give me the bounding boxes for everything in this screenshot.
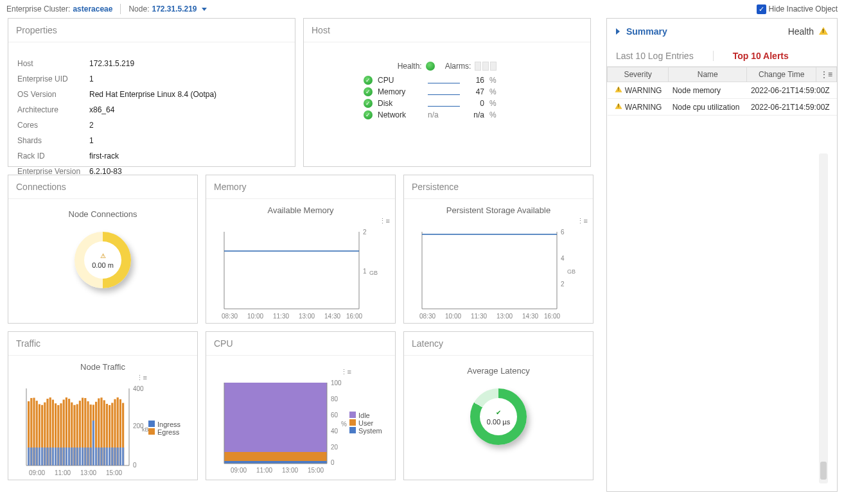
svg-rect-99 (109, 448, 110, 465)
svg-rect-110 (224, 383, 327, 452)
metric-value: 16 (465, 76, 484, 85)
chart-menu-icon[interactable]: ⋮≡ (577, 217, 588, 225)
property-value: Red Hat Enterprise Linux 8.4 (Ootpa) (89, 87, 286, 101)
svg-rect-63 (60, 448, 62, 465)
col-name[interactable]: Name (669, 67, 747, 82)
property-value: 1 (89, 72, 286, 86)
svg-text:400: 400 (133, 385, 144, 392)
cluster-value[interactable]: asteraceae (73, 4, 112, 13)
alert-name: Node cpu utilization (669, 99, 747, 116)
host-metric-row: ✓ Network n/a n/a % (364, 110, 531, 119)
svg-rect-45 (36, 448, 38, 465)
svg-text:13:00: 13:00 (282, 467, 298, 474)
svg-text:2: 2 (561, 281, 565, 288)
svg-rect-107 (119, 448, 121, 465)
panel-subtitle: Available Memory (211, 205, 390, 215)
property-key: Cores (17, 118, 88, 132)
warning-icon (615, 103, 622, 109)
alert-row[interactable]: WARNING Node cpu utilization 2022-06-21T… (608, 99, 837, 116)
svg-rect-85 (90, 448, 92, 465)
svg-text:13:00: 13:00 (299, 313, 315, 320)
alarm-indicators (475, 62, 497, 71)
node-label: Node: (128, 4, 149, 13)
svg-rect-112 (224, 461, 327, 464)
hide-inactive-label: Hide Inactive Object (769, 4, 838, 13)
tab-top-alerts[interactable]: Top 10 Alerts (733, 51, 789, 61)
node-value[interactable]: 172.31.5.219 (152, 4, 206, 13)
svg-text:2: 2 (363, 229, 367, 236)
chart-menu-icon[interactable]: ⋮≡ (340, 368, 351, 376)
svg-text:15:00: 15:00 (106, 469, 122, 476)
connections-gauge: ⚠ 0.00 m (75, 232, 131, 288)
svg-text:GB: GB (567, 268, 576, 275)
cluster-label: Enterprise Cluster: (6, 4, 70, 13)
tab-log-entries[interactable]: Last 10 Log Entries (616, 51, 694, 61)
hide-inactive-checkbox[interactable]: ✓ (757, 4, 766, 14)
divider (120, 4, 121, 14)
svg-text:08:30: 08:30 (222, 313, 238, 320)
svg-text:16:00: 16:00 (544, 313, 560, 320)
check-icon: ✓ (364, 76, 373, 85)
svg-rect-103 (114, 448, 116, 465)
chevron-down-icon[interactable] (202, 8, 207, 11)
svg-rect-69 (68, 448, 70, 465)
svg-text:15:00: 15:00 (308, 467, 324, 474)
alert-row[interactable]: WARNING Node memory 2022-06-21T14:59:00Z (608, 82, 837, 99)
panel-title: Latency (404, 332, 593, 356)
traffic-chart: 400 200 0 kB 09:0011:00 13:0015:00 (13, 382, 148, 478)
chart-menu-icon[interactable]: ⋮≡ (136, 374, 147, 381)
svg-text:13:00: 13:00 (80, 469, 96, 476)
svg-rect-79 (82, 448, 84, 465)
chevron-right-icon (616, 28, 620, 35)
scrollbar-thumb[interactable] (820, 462, 827, 480)
col-change-time[interactable]: Change Time (747, 67, 816, 82)
property-key: Architecture (17, 103, 88, 117)
sparkline (428, 77, 460, 83)
cpu-chart: 100 80 60 40 20 0 % 09:0011:00 13:0015:0… (211, 376, 349, 482)
col-severity[interactable]: Severity (608, 67, 669, 82)
panel-subtitle: Persistent Storage Available (409, 205, 588, 215)
alert-severity: WARNING (608, 82, 669, 99)
alert-severity: WARNING (608, 99, 669, 116)
svg-text:20: 20 (331, 444, 338, 451)
property-row: Cores2 (17, 118, 286, 132)
svg-rect-105 (117, 448, 119, 465)
svg-rect-55 (49, 448, 51, 465)
svg-rect-75 (76, 448, 78, 465)
svg-text:09:00: 09:00 (231, 467, 247, 474)
svg-rect-67 (66, 448, 67, 465)
svg-text:80: 80 (331, 395, 338, 403)
property-key: OS Version (17, 87, 88, 101)
svg-rect-39 (28, 448, 30, 465)
property-row: OS VersionRed Hat Enterprise Linux 8.4 (… (17, 87, 286, 101)
latency-panel: Latency Average Latency ✔ 0.00 µs (403, 331, 593, 480)
metric-value: 0 (465, 99, 484, 108)
cpu-panel: CPU ⋮≡ 100 80 60 (206, 331, 396, 480)
metric-name: CPU (378, 76, 423, 85)
legend-item: Idle (349, 412, 382, 419)
panel-subtitle: Node Connections (16, 209, 189, 219)
svg-rect-81 (84, 448, 86, 465)
persistence-chart: 6 4 2 GB 08:3010:0011:30 13:0014:3016:00 (409, 225, 583, 322)
panel-title: Connections (8, 175, 197, 199)
columns-menu-icon[interactable]: ⋮≡ (816, 67, 836, 82)
property-key: Enterprise UID (17, 72, 88, 86)
svg-text:GB: GB (369, 270, 378, 276)
check-icon: ✓ (364, 110, 373, 119)
svg-text:kB: kB (142, 426, 148, 433)
summary-toggle[interactable]: Summary (616, 26, 667, 37)
legend-item: User (349, 419, 382, 427)
svg-rect-83 (87, 448, 89, 465)
panel-title: Host (304, 19, 590, 42)
chart-menu-icon[interactable]: ⋮≡ (379, 217, 390, 225)
svg-text:10:00: 10:00 (247, 313, 263, 320)
warning-icon: ⚠ (98, 251, 108, 260)
health-status-icon (426, 62, 435, 71)
properties-table: Host172.31.5.219Enterprise UID1OS Versio… (16, 55, 287, 180)
svg-text:13:00: 13:00 (497, 313, 513, 320)
scrollbar[interactable] (819, 153, 828, 483)
alert-time: 2022-06-21T14:59:00Z (747, 82, 837, 99)
metric-unit: % (489, 110, 497, 119)
svg-text:40: 40 (331, 428, 338, 435)
check-icon: ✓ (364, 99, 373, 108)
